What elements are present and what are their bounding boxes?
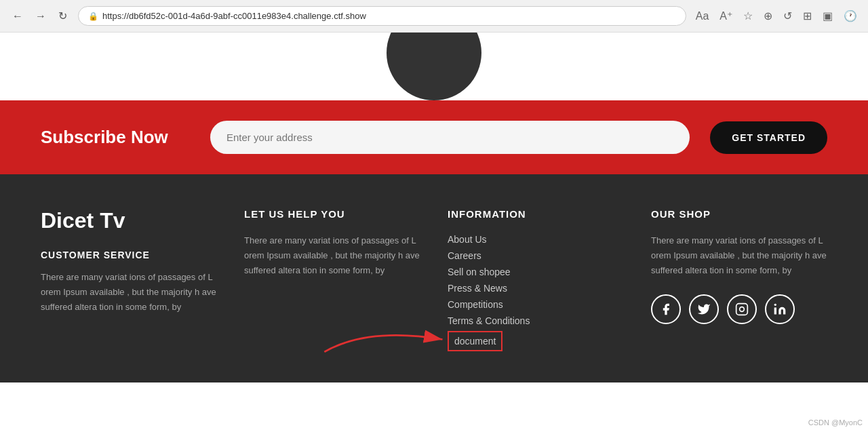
info-links-list: About Us Careers Sell on shopee Press & … [448,233,624,351]
about-us-link[interactable]: About Us [448,234,487,245]
top-section [0,33,868,100]
list-item: Careers [448,250,624,262]
press-news-link[interactable]: Press & News [448,283,507,294]
list-item: About Us [448,233,624,246]
footer-col-brand: Dicet Tv CUSTOMER SERVICE There are many… [41,208,217,355]
nav-buttons: ← → ↻ [8,7,71,25]
footer-col-info: INFORMATION About Us Careers Sell on sho… [448,208,624,355]
document-highlight: document [448,331,502,351]
customer-service-text: There are many variat ions of passages o… [41,270,217,315]
terms-conditions-link[interactable]: Terms & Conditions [448,315,530,326]
careers-link[interactable]: Careers [448,250,481,261]
info-heading: INFORMATION [448,208,624,220]
lock-icon: 🔒 [88,12,98,21]
bookmark-button[interactable]: ☆ [741,7,755,25]
get-started-button[interactable]: GET STARTED [710,121,827,154]
url-text: https://db6fd52c-001d-4a6d-9abf-cc0011e9… [102,11,366,21]
font-button[interactable]: A⁺ [717,7,735,25]
footer-col-shop: OUR SHOP There are many variat ions of p… [651,208,827,355]
svg-rect-1 [736,304,748,315]
split-view-button[interactable]: ⊞ [800,7,814,25]
list-item: Sell on shopee [448,266,624,278]
refresh-page-button[interactable]: ↺ [781,7,795,25]
list-item: Terms & Conditions [448,315,624,327]
help-text: There are many variat ions of passages o… [244,233,420,278]
browser-chrome: ← → ↻ 🔒 https://db6fd52c-001d-4a6d-9abf-… [0,0,868,33]
list-item: Press & News [448,282,624,294]
twitter-icon[interactable] [689,294,719,324]
avatar [387,33,481,100]
address-bar[interactable]: 🔒 https://db6fd52c-001d-4a6d-9abf-cc0011… [78,6,686,26]
document-box: document [448,331,502,351]
refresh-button[interactable]: ↻ [54,7,71,25]
competitions-link[interactable]: Competitions [448,299,503,310]
list-item: Competitions [448,298,624,311]
footer: Dicet Tv CUSTOMER SERVICE There are many… [0,174,868,382]
browser-actions: Aa A⁺ ☆ ⊕ ↺ ⊞ ▣ 🕐 [693,7,860,25]
svg-point-2 [740,307,745,312]
brand-name: Dicet Tv [41,208,217,233]
back-button[interactable]: ← [8,7,27,25]
forward-button[interactable]: → [31,7,50,25]
history-button[interactable]: 🕐 [841,7,860,25]
info-links-container: About Us Careers Sell on shopee Press & … [448,233,624,351]
linkedin-icon[interactable] [765,294,795,324]
subscribe-title: Subscribe Now [41,127,190,148]
document-link[interactable]: document [454,336,496,347]
extensions-button[interactable]: ⊕ [761,7,775,25]
subscribe-input-wrapper [210,121,690,154]
facebook-icon[interactable] [651,294,681,324]
sell-on-shopee-link[interactable]: Sell on shopee [448,267,511,277]
shop-heading: OUR SHOP [651,208,827,220]
social-icons [651,294,827,324]
shop-text: There are many variat ions of passages o… [651,233,827,278]
instagram-icon[interactable] [727,294,757,324]
svg-point-5 [774,304,776,306]
email-input[interactable] [210,121,690,154]
help-heading: LET US HELP YOU [244,208,420,220]
customer-service-heading: CUSTOMER SERVICE [41,250,217,260]
read-mode-button[interactable]: Aa [693,7,712,25]
subscribe-section: Subscribe Now GET STARTED [0,100,868,174]
svg-rect-4 [774,308,776,315]
cast-button[interactable]: ▣ [820,7,835,25]
list-item: document [448,331,624,351]
footer-col-help: LET US HELP YOU There are many variat io… [244,208,420,355]
